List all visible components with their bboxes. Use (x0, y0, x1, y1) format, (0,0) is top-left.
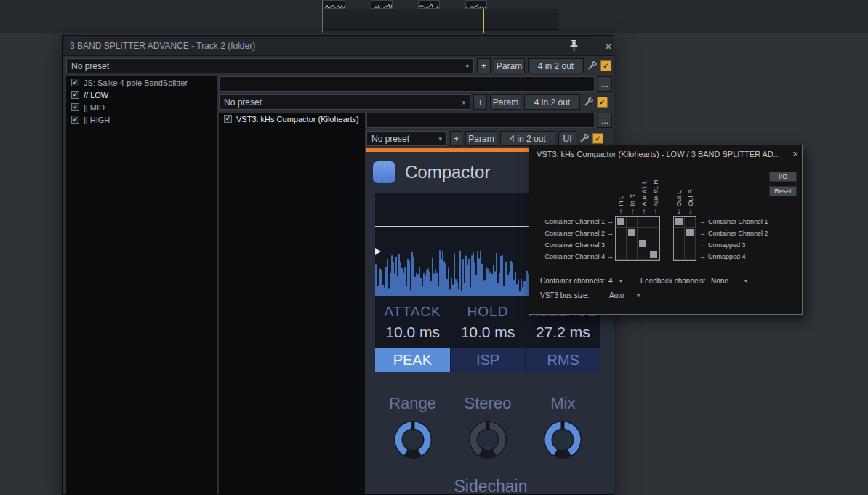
more-button[interactable]: ... (598, 76, 612, 92)
pin-cell[interactable] (674, 238, 685, 249)
add-fx-button[interactable]: + (477, 58, 491, 73)
right-arrow-icon: → (699, 241, 706, 249)
fx-item[interactable]: ✓|| MID (66, 101, 217, 113)
fx-enable-checkbox[interactable]: ✓ (71, 79, 79, 86)
fx-item[interactable]: ✓// LOW (66, 89, 217, 101)
pin-cell[interactable] (627, 238, 638, 249)
pin-cell[interactable] (638, 228, 648, 238)
param-button[interactable]: Param (465, 131, 497, 146)
more-button[interactable]: ... (598, 113, 612, 128)
pin-cell[interactable] (627, 228, 638, 238)
fx-name-field[interactable] (366, 113, 595, 128)
param-button[interactable]: Param (494, 58, 525, 73)
track-lane[interactable] (322, 9, 559, 30)
media-item-thumb[interactable] (324, 0, 345, 9)
chevron-down-icon[interactable]: ▾ (744, 278, 747, 284)
chevron-down-icon[interactable]: ▾ (619, 278, 622, 284)
pin-cell[interactable] (685, 238, 696, 249)
pin-cell[interactable] (638, 249, 648, 260)
mode-tab-peak[interactable]: PEAK (375, 348, 451, 372)
bus-size-value[interactable]: Auto (609, 291, 624, 299)
fx-item[interactable]: ✓VST3: kHs Compactor (Kilohearts) (219, 113, 365, 125)
window-titlebar[interactable]: 3 BAND SPLITTER ADVANCE - Track 2 (folde… (63, 36, 614, 56)
fx-enable-checkbox[interactable]: ✓ (592, 133, 603, 144)
container-channels-value[interactable]: 4 (608, 277, 613, 285)
feedback-channels-value[interactable]: None (711, 277, 728, 285)
add-fx-button[interactable]: + (450, 131, 462, 146)
down-arrow-icon: ↓ (673, 207, 685, 215)
add-fx-button[interactable]: + (473, 94, 487, 110)
pin-cell[interactable] (648, 249, 659, 260)
close-button[interactable]: × (789, 148, 801, 159)
wrench-icon[interactable] (584, 97, 594, 107)
threshold-marker[interactable] (375, 248, 381, 255)
channel-label: Unmapped 3 (708, 241, 746, 249)
container-enable-checkbox[interactable]: ✓ (597, 97, 608, 108)
wrench-icon[interactable] (587, 60, 598, 71)
output-pin-labels: Out LOut R (673, 166, 696, 206)
fx-item[interactable]: ✓|| HIGH (66, 113, 217, 126)
mode-tab-rms[interactable]: RMS (526, 348, 600, 372)
preset-value: No preset (71, 61, 109, 71)
pin-cell[interactable] (627, 217, 638, 228)
container-preset-dropdown[interactable]: No preset ▾ (219, 94, 470, 110)
container-name-field[interactable] (219, 76, 595, 92)
mode-tab-isp[interactable]: ISP (451, 348, 526, 372)
pin-cell[interactable] (685, 228, 696, 238)
knob-stereo[interactable] (450, 419, 525, 461)
pin-cell[interactable] (616, 238, 627, 249)
sidechain-header: Sidechain (366, 477, 614, 495)
fx-enable-checkbox[interactable]: ✓ (224, 115, 232, 123)
pin-cell[interactable] (648, 228, 659, 238)
pin-cell[interactable] (616, 228, 627, 238)
pin-cell[interactable] (638, 238, 648, 249)
fx-item[interactable]: ✓JS: Saike 4-pole BandSplitter (66, 76, 217, 89)
pin-cell[interactable] (674, 249, 685, 260)
pin-cell[interactable] (627, 249, 638, 260)
check-icon: ✓ (599, 98, 605, 106)
channel-label: Container Channel 3 (544, 241, 605, 249)
pin-window-title: VST3: kHs Compactor (Kilohearts) - LOW /… (537, 150, 780, 158)
fx-enable-checkbox[interactable]: ✓ (71, 91, 79, 99)
knob-range[interactable] (375, 419, 450, 461)
param-value: 10.0 ms (375, 323, 450, 341)
fx-item-label: || MID (84, 103, 105, 112)
pin-cell[interactable] (685, 249, 696, 260)
knob-mix[interactable] (526, 419, 600, 461)
param-button[interactable]: Param (490, 94, 521, 110)
routing-button[interactable]: 4 in 2 out (524, 94, 580, 110)
io-button[interactable]: I/O (769, 172, 797, 182)
input-pin-arrows: ↑↑↑↑ (615, 207, 662, 215)
pin-cell[interactable] (648, 217, 659, 228)
pin-label: Aux #1 R (652, 180, 659, 206)
pin-cell[interactable] (674, 228, 685, 238)
routing-button[interactable]: 4 in 2 out (500, 131, 555, 146)
input-pin-labels: In LIn RAux #1 LAux #1 R (615, 166, 662, 206)
pin-cell[interactable] (685, 217, 696, 228)
fx-enable-checkbox[interactable]: ✓ (71, 103, 79, 111)
pin-cell[interactable] (616, 217, 627, 228)
routing-button[interactable]: 4 in 2 out (528, 58, 584, 73)
reset-button[interactable]: Reset (769, 186, 797, 196)
wrench-icon[interactable] (579, 133, 590, 143)
knob-row (375, 419, 600, 461)
media-item-thumb[interactable] (371, 0, 393, 9)
chain-enable-checkbox[interactable]: ✓ (600, 60, 611, 71)
chevron-down-icon[interactable]: ▾ (637, 292, 640, 299)
pin-cell[interactable] (638, 217, 648, 228)
preset-dropdown[interactable]: No preset ▾ (66, 58, 474, 73)
fx-enable-checkbox[interactable]: ✓ (71, 116, 79, 124)
chevron-down-icon: ▾ (438, 135, 442, 142)
pin-cell[interactable] (616, 249, 627, 260)
screen: 3 BAND SPLITTER ADVANCE - Track 2 (folde… (0, 0, 868, 495)
fx-preset-dropdown[interactable]: No preset ▾ (366, 131, 447, 146)
pin-cell[interactable] (648, 238, 659, 249)
close-button[interactable]: × (603, 40, 614, 52)
channel-label: Container Channel 2 (544, 230, 605, 237)
media-item-thumb[interactable] (465, 0, 487, 9)
ui-button[interactable]: UI (558, 131, 576, 146)
media-item-thumb[interactable] (418, 0, 440, 9)
fx-item-label: // LOW (84, 91, 108, 100)
pin-icon[interactable] (568, 39, 580, 52)
pin-cell[interactable] (674, 217, 685, 228)
